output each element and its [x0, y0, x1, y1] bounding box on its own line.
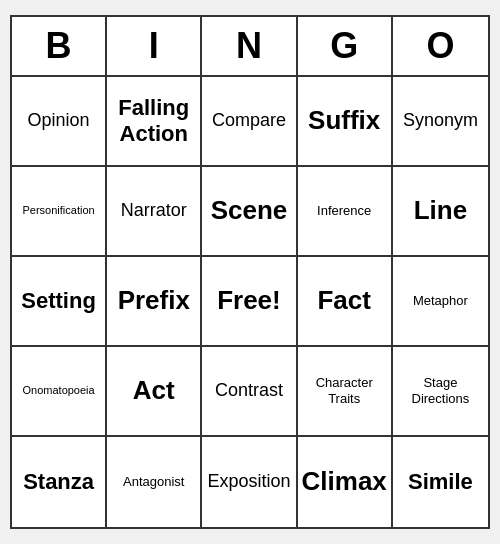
bingo-cell-15: Onomatopoeia	[12, 347, 107, 437]
bingo-cell-11: Prefix	[107, 257, 202, 347]
header-letter-n: N	[202, 17, 297, 75]
bingo-cell-14: Metaphor	[393, 257, 488, 347]
bingo-cell-23: Climax	[298, 437, 393, 527]
bingo-cell-19: Stage Directions	[393, 347, 488, 437]
bingo-cell-20: Stanza	[12, 437, 107, 527]
header-letter-g: G	[298, 17, 393, 75]
bingo-cell-22: Exposition	[202, 437, 297, 527]
bingo-cell-9: Line	[393, 167, 488, 257]
bingo-cell-2: Compare	[202, 77, 297, 167]
header-letter-o: O	[393, 17, 488, 75]
bingo-cell-5: Personification	[12, 167, 107, 257]
bingo-cell-8: Inference	[298, 167, 393, 257]
bingo-cell-24: Simile	[393, 437, 488, 527]
bingo-cell-12: Free!	[202, 257, 297, 347]
bingo-grid: OpinionFalling ActionCompareSuffixSynony…	[12, 77, 488, 527]
bingo-cell-17: Contrast	[202, 347, 297, 437]
bingo-cell-3: Suffix	[298, 77, 393, 167]
bingo-header: BINGO	[12, 17, 488, 77]
bingo-cell-4: Synonym	[393, 77, 488, 167]
bingo-cell-6: Narrator	[107, 167, 202, 257]
bingo-cell-10: Setting	[12, 257, 107, 347]
bingo-cell-1: Falling Action	[107, 77, 202, 167]
bingo-cell-7: Scene	[202, 167, 297, 257]
header-letter-b: B	[12, 17, 107, 75]
bingo-card: BINGO OpinionFalling ActionCompareSuffix…	[10, 15, 490, 529]
bingo-cell-21: Antagonist	[107, 437, 202, 527]
bingo-cell-16: Act	[107, 347, 202, 437]
header-letter-i: I	[107, 17, 202, 75]
bingo-cell-13: Fact	[298, 257, 393, 347]
bingo-cell-18: Character Traits	[298, 347, 393, 437]
bingo-cell-0: Opinion	[12, 77, 107, 167]
